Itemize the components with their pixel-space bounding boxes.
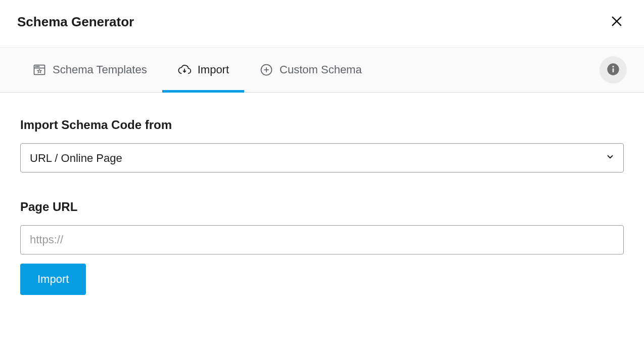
page-url-input[interactable]: [20, 225, 624, 254]
tab-schema-templates[interactable]: Schema Templates: [17, 48, 162, 92]
url-label: Page URL: [20, 200, 624, 214]
info-icon: [606, 62, 620, 78]
tab-import[interactable]: Import: [162, 48, 244, 92]
svg-point-12: [612, 66, 614, 67]
cloud-download-icon: [177, 63, 192, 77]
tab-bar: Schema Templates Import Custom Schem: [0, 48, 644, 93]
svg-point-4: [35, 66, 36, 67]
svg-rect-13: [613, 68, 614, 72]
svg-point-5: [37, 66, 37, 67]
tab-label: Schema Templates: [53, 63, 147, 76]
import-form: Import Schema Code from URL / Online Pag…: [0, 93, 644, 315]
tab-custom-schema[interactable]: Custom Schema: [244, 48, 377, 92]
plus-circle-icon: [259, 63, 273, 77]
schema-generator-modal: Schema Generator Sc: [0, 0, 644, 315]
source-select-wrapper: URL / Online Page: [20, 143, 624, 173]
source-select[interactable]: URL / Online Page: [20, 143, 624, 173]
close-icon: [610, 14, 624, 30]
import-button[interactable]: Import: [20, 264, 86, 295]
modal-title: Schema Generator: [17, 14, 134, 30]
url-input-wrapper: [20, 225, 624, 254]
source-label: Import Schema Code from: [20, 118, 624, 132]
templates-icon: [32, 63, 47, 77]
modal-header: Schema Generator: [0, 0, 644, 48]
svg-point-6: [38, 66, 39, 67]
tab-label: Import: [198, 63, 229, 76]
tab-label: Custom Schema: [280, 63, 362, 76]
close-button[interactable]: [607, 11, 627, 33]
info-button[interactable]: [600, 56, 627, 83]
